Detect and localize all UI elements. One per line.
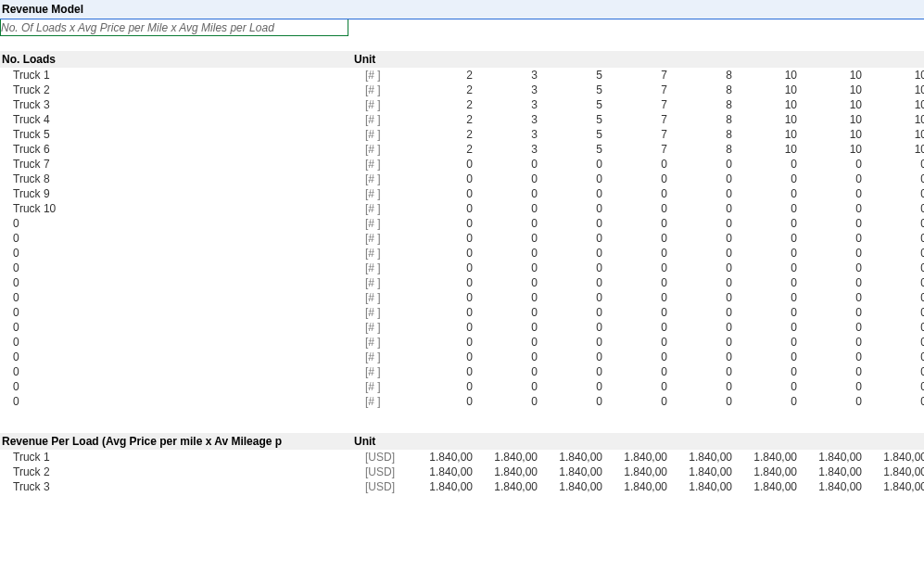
cell-value[interactable]: 10	[799, 113, 864, 126]
cell-value[interactable]: 0	[799, 247, 864, 260]
cell-value[interactable]: 0	[864, 172, 924, 185]
cell-value[interactable]: 0	[604, 350, 669, 363]
cell-value[interactable]: 0	[669, 202, 734, 215]
row-unit[interactable]: [# ]	[365, 83, 410, 96]
cell-value[interactable]: 5	[539, 113, 604, 126]
cell-value[interactable]: 1.840,00	[734, 480, 799, 493]
cell-value[interactable]: 0	[604, 365, 669, 378]
cell-value[interactable]: 2	[410, 143, 475, 156]
cell-value[interactable]: 0	[604, 202, 669, 215]
row-unit[interactable]: [# ]	[365, 291, 410, 304]
cell-value[interactable]: 10	[864, 69, 924, 82]
row-label[interactable]: Truck 8	[0, 172, 365, 185]
cell-value[interactable]: 0	[475, 365, 539, 378]
row-unit[interactable]: [# ]	[365, 276, 410, 289]
cell-value[interactable]: 0	[410, 261, 475, 274]
row-label[interactable]: Truck 4	[0, 113, 365, 126]
row-unit[interactable]: [# ]	[365, 143, 410, 156]
cell-value[interactable]: 0	[410, 276, 475, 289]
cell-value[interactable]: 2	[410, 98, 475, 111]
cell-value[interactable]: 1.840,00	[864, 465, 924, 478]
row-label[interactable]: 0	[0, 395, 365, 408]
cell-value[interactable]: 7	[604, 98, 669, 111]
cell-value[interactable]: 0	[410, 306, 475, 319]
row-unit[interactable]: [# ]	[365, 321, 410, 334]
cell-value[interactable]: 1.840,00	[475, 465, 539, 478]
cell-value[interactable]: 0	[864, 291, 924, 304]
cell-value[interactable]: 0	[864, 217, 924, 230]
row-unit[interactable]: [# ]	[365, 350, 410, 363]
cell-value[interactable]: 0	[539, 232, 604, 245]
cell-value[interactable]: 1.840,00	[539, 451, 604, 464]
cell-value[interactable]: 10	[734, 128, 799, 141]
row-unit[interactable]: [# ]	[365, 217, 410, 230]
cell-value[interactable]: 0	[475, 247, 539, 260]
row-label[interactable]: Truck 6	[0, 143, 365, 156]
row-label[interactable]: 0	[0, 306, 365, 319]
row-unit[interactable]: [# ]	[365, 128, 410, 141]
cell-value[interactable]: 3	[475, 113, 539, 126]
cell-value[interactable]: 0	[475, 217, 539, 230]
row-unit[interactable]: [# ]	[365, 172, 410, 185]
cell-value[interactable]: 0	[669, 380, 734, 393]
cell-value[interactable]: 10	[734, 83, 799, 96]
cell-value[interactable]: 0	[734, 202, 799, 215]
cell-value[interactable]: 0	[410, 232, 475, 245]
cell-value[interactable]: 0	[604, 291, 669, 304]
cell-value[interactable]: 8	[669, 143, 734, 156]
cell-value[interactable]: 7	[604, 69, 669, 82]
cell-value[interactable]: 0	[604, 336, 669, 349]
cell-value[interactable]: 5	[539, 128, 604, 141]
cell-value[interactable]: 0	[539, 395, 604, 408]
cell-value[interactable]: 7	[604, 143, 669, 156]
cell-value[interactable]: 0	[734, 261, 799, 274]
cell-value[interactable]: 1.840,00	[734, 465, 799, 478]
cell-value[interactable]: 0	[539, 365, 604, 378]
cell-value[interactable]: 1.840,00	[799, 480, 864, 493]
cell-value[interactable]: 10	[864, 143, 924, 156]
cell-value[interactable]: 0	[475, 321, 539, 334]
cell-value[interactable]: 3	[475, 128, 539, 141]
cell-value[interactable]: 0	[475, 261, 539, 274]
cell-value[interactable]: 7	[604, 113, 669, 126]
cell-value[interactable]: 0	[410, 350, 475, 363]
cell-value[interactable]: 10	[799, 98, 864, 111]
cell-value[interactable]: 0	[410, 217, 475, 230]
cell-value[interactable]: 0	[410, 158, 475, 171]
row-label[interactable]: Truck 2	[0, 83, 365, 96]
row-label[interactable]: Truck 5	[0, 128, 365, 141]
cell-value[interactable]: 0	[734, 276, 799, 289]
cell-value[interactable]: 0	[799, 158, 864, 171]
row-unit[interactable]: [USD]	[365, 451, 410, 464]
cell-value[interactable]: 2	[410, 128, 475, 141]
cell-value[interactable]: 0	[799, 365, 864, 378]
cell-value[interactable]: 0	[604, 380, 669, 393]
cell-value[interactable]: 0	[669, 261, 734, 274]
row-unit[interactable]: [# ]	[365, 380, 410, 393]
cell-value[interactable]: 0	[799, 276, 864, 289]
row-label[interactable]: 0	[0, 380, 365, 393]
cell-value[interactable]: 5	[539, 98, 604, 111]
cell-value[interactable]: 0	[864, 336, 924, 349]
cell-value[interactable]: 1.840,00	[539, 465, 604, 478]
row-label[interactable]: 0	[0, 336, 365, 349]
cell-value[interactable]: 0	[734, 336, 799, 349]
cell-value[interactable]: 10	[799, 83, 864, 96]
row-unit[interactable]: [USD]	[365, 465, 410, 478]
row-unit[interactable]: [# ]	[365, 365, 410, 378]
cell-value[interactable]: 0	[604, 158, 669, 171]
row-unit[interactable]: [# ]	[365, 261, 410, 274]
cell-value[interactable]: 0	[799, 336, 864, 349]
formula-cell[interactable]: No. Of Loads x Avg Price per Mile x Avg …	[0, 19, 348, 36]
cell-value[interactable]: 1.840,00	[864, 451, 924, 464]
cell-value[interactable]: 0	[410, 336, 475, 349]
cell-value[interactable]: 1.840,00	[604, 451, 669, 464]
cell-value[interactable]: 0	[669, 172, 734, 185]
cell-value[interactable]: 0	[864, 306, 924, 319]
cell-value[interactable]: 0	[475, 276, 539, 289]
cell-value[interactable]: 0	[734, 217, 799, 230]
cell-value[interactable]: 0	[604, 276, 669, 289]
cell-value[interactable]: 0	[410, 247, 475, 260]
cell-value[interactable]: 0	[604, 217, 669, 230]
row-label[interactable]: Truck 7	[0, 158, 365, 171]
